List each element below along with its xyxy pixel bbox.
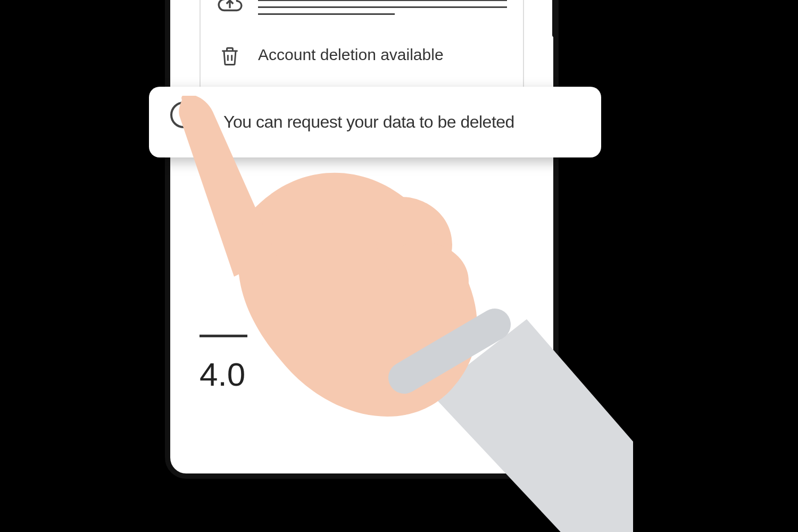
account-deletion-title: Account deletion available: [258, 43, 507, 64]
placeholder-lines: [258, 0, 507, 15]
list-row-cloud: [217, 0, 507, 17]
tooltip-text: You can request your data to be deleted: [223, 112, 576, 132]
rating-row[interactable]: [200, 325, 524, 347]
rating-value: 4.0: [200, 355, 245, 393]
trash-icon: [217, 43, 243, 69]
cloud-upload-icon: [217, 0, 243, 17]
arrow-right-icon[interactable]: [504, 325, 524, 347]
phone-frame: Account deletion available 4.0: [165, 0, 559, 479]
phone-power-button: [552, 0, 558, 37]
rating-title-placeholder: [200, 335, 247, 337]
list-row-account-deletion[interactable]: Account deletion available: [217, 43, 507, 69]
touch-ring-icon: [170, 102, 197, 128]
tooltip-popup: You can request your data to be deleted: [149, 87, 601, 157]
